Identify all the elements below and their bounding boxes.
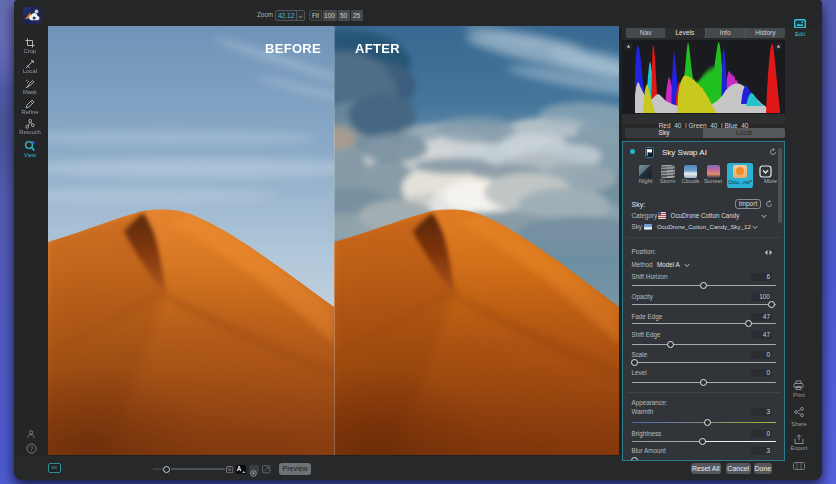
- svg-text:?: ?: [30, 445, 34, 452]
